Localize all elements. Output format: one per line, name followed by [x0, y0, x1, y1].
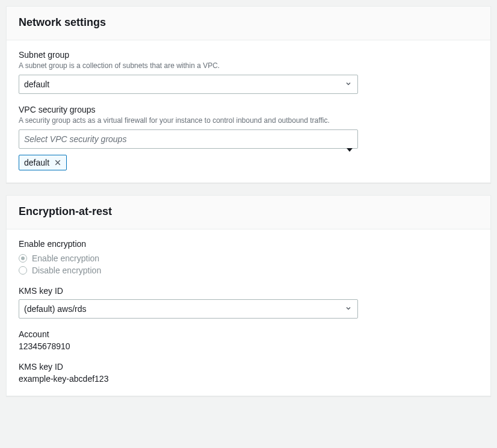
- radio-icon: [19, 254, 27, 263]
- vpc-security-group-token: default: [19, 155, 67, 170]
- subnet-group-value: default: [24, 79, 49, 89]
- network-settings-header: Network settings: [7, 7, 490, 40]
- account-field: Account 12345678910: [19, 329, 478, 351]
- caret-down-icon: [347, 145, 353, 155]
- vpc-security-groups-label: VPC security groups: [19, 105, 478, 114]
- encryption-body: Enable encryption Enable encryption Disa…: [7, 229, 490, 396]
- network-settings-title: Network settings: [19, 16, 478, 29]
- token-label: default: [24, 158, 49, 167]
- vpc-security-groups-desc: A security group acts as a virtual firew…: [19, 116, 478, 126]
- subnet-group-select[interactable]: default: [19, 75, 358, 94]
- disable-encryption-option-label: Disable encryption: [32, 266, 101, 275]
- kms-key-id-select[interactable]: (default) aws/rds: [19, 299, 358, 319]
- account-label: Account: [19, 329, 478, 339]
- subnet-group-desc: A subnet group is a collection of subnet…: [19, 61, 478, 71]
- subnet-group-label: Subnet group: [19, 50, 478, 60]
- caret-down-icon: [345, 79, 352, 89]
- kms-key-id-field: KMS key ID (default) aws/rds: [19, 286, 478, 319]
- vpc-security-groups-field: VPC security groups A security group act…: [19, 105, 478, 170]
- dismiss-token-button[interactable]: [53, 158, 63, 167]
- encryption-title: Encryption-at-rest: [19, 205, 478, 218]
- network-settings-panel: Network settings Subnet group A subnet g…: [6, 6, 491, 183]
- kms-key-id-readonly-value: example-key-abcdef123: [19, 374, 478, 384]
- kms-key-id-label: KMS key ID: [19, 286, 478, 296]
- account-value: 12345678910: [19, 341, 478, 351]
- close-icon: [54, 159, 61, 166]
- disable-encryption-radio[interactable]: Disable encryption: [19, 266, 478, 275]
- kms-key-id-readonly-field: KMS key ID example-key-abcdef123: [19, 362, 478, 384]
- enable-encryption-radio[interactable]: Enable encryption: [19, 254, 478, 263]
- encryption-panel: Encryption-at-rest Enable encryption Ena…: [6, 195, 491, 396]
- kms-key-id-readonly-label: KMS key ID: [19, 362, 478, 372]
- vpc-security-groups-select[interactable]: Select VPC security groups: [19, 129, 358, 149]
- enable-encryption-field: Enable encryption Enable encryption Disa…: [19, 239, 478, 275]
- caret-down-icon: [345, 304, 352, 314]
- radio-icon: [19, 266, 27, 275]
- encryption-header: Encryption-at-rest: [7, 196, 490, 229]
- vpc-security-groups-multiselect: Select VPC security groups default: [19, 129, 358, 170]
- kms-key-id-value: (default) aws/rds: [24, 304, 86, 314]
- vpc-security-groups-placeholder: Select VPC security groups: [24, 134, 126, 144]
- enable-encryption-label: Enable encryption: [19, 239, 478, 249]
- network-settings-body: Subnet group A subnet group is a collect…: [7, 40, 490, 182]
- subnet-group-field: Subnet group A subnet group is a collect…: [19, 50, 478, 94]
- enable-encryption-option-label: Enable encryption: [32, 254, 99, 263]
- vpc-security-groups-tokens: default: [19, 155, 358, 170]
